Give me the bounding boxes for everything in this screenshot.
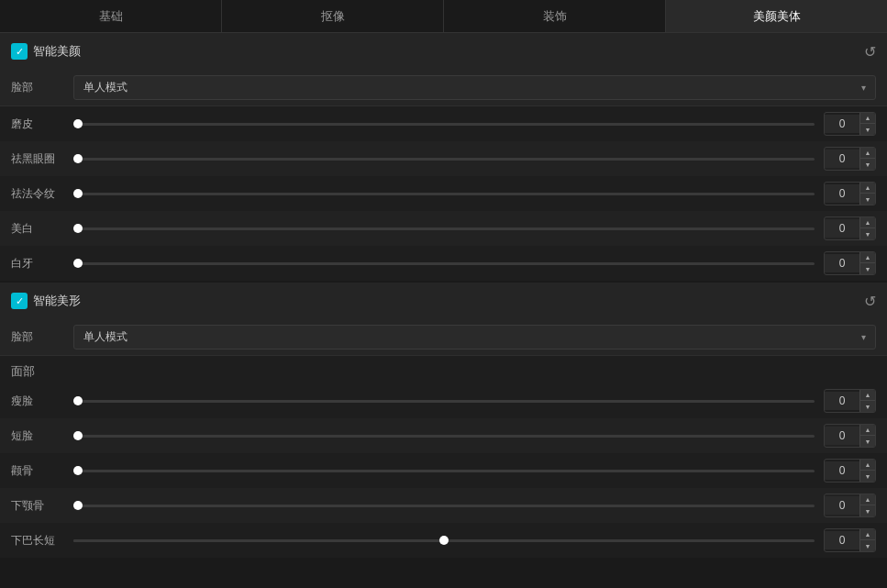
- num-spin-down-duanlian[interactable]: ▼: [860, 436, 875, 447]
- num-spin-up-heiyq[interactable]: ▲: [860, 148, 875, 159]
- sub-label-face: 面部: [0, 356, 887, 383]
- slider-label-xiagu: 下颚骨: [11, 498, 73, 514]
- slider-row-duanlian: 短脸 0 ▲ ▼: [0, 418, 887, 453]
- slider-xiagu[interactable]: [73, 505, 815, 507]
- face-mode-label: 脸部: [11, 80, 73, 95]
- slider-shoulian[interactable]: [73, 400, 815, 403]
- slider-row-xiagu: 下颚骨 0 ▲ ▼: [0, 488, 887, 523]
- shape-face-mode-dropdown[interactable]: 单人模式 ▾: [73, 325, 876, 349]
- num-spin-up-xiagu[interactable]: ▲: [860, 494, 875, 505]
- slider-thumb-meibai[interactable]: [73, 224, 83, 233]
- num-value-quangu: 0: [825, 461, 859, 480]
- slider-heiyq[interactable]: [73, 158, 815, 161]
- slider-row-meibai: 美白 0 ▲ ▼: [0, 211, 887, 246]
- section-beauty-shape-reset[interactable]: ↺: [864, 293, 876, 310]
- num-spin-down-quangu[interactable]: ▼: [860, 471, 875, 482]
- num-input-shoulian[interactable]: 0 ▲ ▼: [824, 389, 876, 413]
- slider-row-falinw: 祛法令纹 0 ▲ ▼: [0, 176, 887, 211]
- slider-row-xibacs: 下巴长短 0 ▲ ▼: [0, 523, 887, 558]
- slider-row-shoulian: 瘦脸 0 ▲ ▼: [0, 383, 887, 418]
- slider-thumb-quangu[interactable]: [73, 466, 83, 475]
- num-input-heiyq[interactable]: 0 ▲ ▼: [824, 147, 876, 171]
- slider-label-duanlian: 短脸: [11, 428, 73, 444]
- slider-row-heiyq: 祛黑眼圈 0 ▲ ▼: [0, 141, 887, 176]
- num-spin-down-baiya[interactable]: ▼: [860, 263, 875, 274]
- slider-label-shoulian: 瘦脸: [11, 394, 73, 409]
- num-spin-up-shoulian[interactable]: ▲: [860, 390, 875, 401]
- tab-layout[interactable]: 装饰: [444, 0, 666, 32]
- num-input-mopi[interactable]: 0 ▲ ▼: [824, 112, 876, 136]
- slider-quangu[interactable]: [73, 470, 815, 472]
- slider-thumb-xibacs[interactable]: [439, 536, 449, 545]
- slider-row-baiya: 白牙 0 ▲ ▼: [0, 246, 887, 281]
- num-input-falinw[interactable]: 0 ▲ ▼: [824, 182, 876, 205]
- section-beauty-face-header: ✓ 智能美颜 ↺: [0, 33, 887, 70]
- slider-mopi[interactable]: [73, 123, 815, 126]
- face-mode-row: 脸部 单人模式 ▾: [0, 70, 887, 105]
- num-input-xiagu[interactable]: 0 ▲ ▼: [824, 494, 876, 517]
- slider-label-mopi: 磨皮: [11, 116, 73, 132]
- num-spin-up-mopi[interactable]: ▲: [860, 113, 875, 124]
- slider-row-quangu: 颧骨 0 ▲ ▼: [0, 453, 887, 488]
- num-value-shoulian: 0: [825, 392, 859, 410]
- tab-beauty[interactable]: 美颜美体: [666, 0, 887, 32]
- face-mode-dropdown-arrow: ▾: [861, 83, 866, 93]
- num-spin-up-xibacs[interactable]: ▲: [860, 529, 875, 540]
- tab-bar: 基础 抠像 装饰 美颜美体: [0, 0, 887, 33]
- num-input-duanlian[interactable]: 0 ▲ ▼: [824, 424, 876, 448]
- num-input-baiya[interactable]: 0 ▲ ▼: [824, 251, 876, 275]
- section-beauty-shape-header: ✓ 智能美形 ↺: [0, 283, 887, 319]
- num-spin-up-quangu[interactable]: ▲: [860, 460, 875, 471]
- num-spin-down-xiagu[interactable]: ▼: [860, 505, 875, 516]
- shape-face-mode-label: 脸部: [11, 329, 73, 345]
- slider-meibai[interactable]: [73, 227, 815, 230]
- slider-xibacs[interactable]: [73, 539, 815, 542]
- tab-portrait[interactable]: 抠像: [222, 0, 444, 32]
- section-beauty-face-reset[interactable]: ↺: [864, 43, 876, 61]
- num-value-meibai: 0: [825, 219, 859, 238]
- shape-face-mode-dropdown-arrow: ▾: [861, 332, 866, 342]
- num-spin-down-heiyq[interactable]: ▼: [860, 159, 875, 170]
- num-value-xibacs: 0: [825, 531, 859, 549]
- slider-label-falinw: 祛法令纹: [11, 186, 73, 202]
- slider-thumb-mopi[interactable]: [73, 119, 83, 128]
- num-spin-up-duanlian[interactable]: ▲: [860, 425, 875, 436]
- slider-falinw[interactable]: [73, 193, 815, 195]
- num-spin-down-xibacs[interactable]: ▼: [860, 540, 875, 551]
- slider-label-meibai: 美白: [11, 221, 73, 237]
- slider-thumb-heiyq[interactable]: [73, 154, 83, 163]
- slider-thumb-duanlian[interactable]: [73, 431, 83, 440]
- slider-baiya[interactable]: [73, 262, 815, 265]
- slider-row-mopi: 磨皮 0 ▲ ▼: [0, 106, 887, 141]
- section-beauty-face-title: 智能美颜: [33, 43, 81, 60]
- num-input-xibacs[interactable]: 0 ▲ ▼: [824, 528, 876, 552]
- section-beauty-face: ✓ 智能美颜 ↺ 脸部 单人模式 ▾ 磨皮 0 ▲ ▼: [0, 33, 887, 281]
- slider-thumb-shoulian[interactable]: [73, 396, 83, 405]
- num-value-mopi: 0: [825, 115, 859, 133]
- num-value-xiagu: 0: [825, 496, 859, 515]
- face-mode-dropdown[interactable]: 单人模式 ▾: [73, 75, 876, 100]
- slider-duanlian[interactable]: [73, 435, 815, 438]
- section-beauty-shape-title: 智能美形: [33, 293, 81, 309]
- slider-label-baiya: 白牙: [11, 256, 73, 272]
- section-beauty-shape-checkbox[interactable]: ✓: [11, 293, 28, 309]
- num-spin-down-mopi[interactable]: ▼: [860, 124, 875, 135]
- slider-label-quangu: 颧骨: [11, 463, 73, 479]
- tab-basic[interactable]: 基础: [0, 0, 222, 32]
- num-spin-down-falinw[interactable]: ▼: [860, 194, 875, 205]
- num-value-falinw: 0: [825, 184, 859, 203]
- num-input-meibai[interactable]: 0 ▲ ▼: [824, 216, 876, 240]
- slider-thumb-xiagu[interactable]: [73, 501, 83, 510]
- section-beauty-shape: ✓ 智能美形 ↺ 脸部 单人模式 ▾ 面部 瘦脸 0 ▲ ▼: [0, 283, 887, 558]
- num-spin-down-meibai[interactable]: ▼: [860, 228, 875, 239]
- slider-thumb-baiya[interactable]: [73, 259, 83, 268]
- shape-face-mode-row: 脸部 单人模式 ▾: [0, 319, 887, 355]
- num-input-quangu[interactable]: 0 ▲ ▼: [824, 459, 876, 483]
- section-beauty-face-checkbox[interactable]: ✓: [11, 43, 28, 60]
- num-spin-up-baiya[interactable]: ▲: [860, 252, 875, 263]
- num-spin-down-shoulian[interactable]: ▼: [860, 401, 875, 412]
- slider-label-xibacs: 下巴长短: [11, 533, 73, 549]
- num-spin-up-falinw[interactable]: ▲: [860, 183, 875, 194]
- num-spin-up-meibai[interactable]: ▲: [860, 217, 875, 228]
- slider-thumb-falinw[interactable]: [73, 189, 83, 198]
